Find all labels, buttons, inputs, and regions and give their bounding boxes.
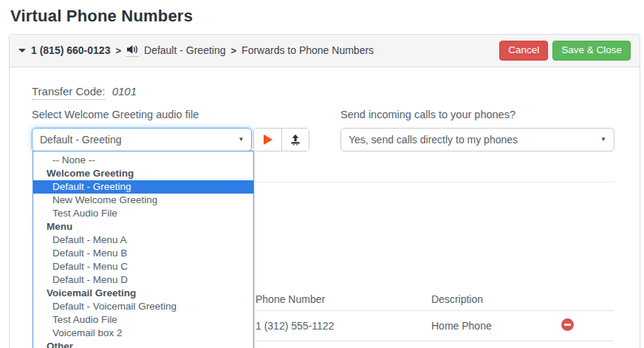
dropdown-option[interactable]: Default - Voicemail Greeting — [33, 300, 253, 313]
phones-table: Phone Number Description 1 (312) 555-112… — [256, 293, 614, 348]
upload-greeting-button[interactable] — [281, 129, 309, 151]
upload-icon — [290, 134, 301, 146]
greeting-select-label: Select Welcome Greeting audio file — [32, 109, 309, 123]
greeting-options-list: -- None --Welcome GreetingDefault - Gree… — [32, 151, 254, 348]
description-cell: Home Phone — [431, 320, 561, 332]
dropdown-option[interactable]: Test Audio File — [33, 207, 253, 220]
dropdown-option[interactable]: Default - Menu A — [33, 233, 253, 247]
play-greeting-button[interactable] — [254, 129, 281, 151]
chevron-down-icon: ▼ — [600, 136, 606, 143]
dropdown-option[interactable]: Test Audio File — [33, 313, 253, 327]
dropdown-option[interactable]: New Welcome Greeting — [33, 194, 253, 207]
dropdown-group-header: Voicemail Greeting — [33, 287, 253, 300]
greeting-column: Select Welcome Greeting audio file Defau… — [32, 109, 309, 151]
breadcrumb-greeting[interactable]: Default - Greeting — [144, 44, 226, 56]
breadcrumb-phone-number[interactable]: 1 (815) 660-0123 — [31, 44, 110, 56]
greeting-select[interactable]: Default - Greeting ▼ — [32, 128, 252, 151]
dropdown-group-header: Other — [33, 340, 253, 348]
transfer-code-value: 0101 — [112, 85, 137, 98]
dropdown-group-header: Welcome Greeting — [33, 167, 253, 180]
transfer-code-label[interactable]: Transfer Code: — [32, 85, 106, 100]
forward-select-label: Send incoming calls to your phones? — [340, 109, 614, 123]
caret-down-icon[interactable] — [18, 49, 26, 52]
dropdown-option[interactable]: -- None -- — [33, 154, 253, 167]
forward-column: Send incoming calls to your phones? Yes,… — [340, 109, 614, 151]
cancel-button[interactable]: Cancel — [499, 41, 548, 61]
page-title: Virtual Phone Numbers — [10, 7, 644, 26]
dropdown-option[interactable]: Default - Greeting — [33, 180, 253, 194]
breadcrumb-section: Forwards to Phone Numbers — [242, 44, 374, 56]
speaker-icon[interactable] — [126, 44, 139, 57]
heading-actions: Cancel Save & Close — [499, 41, 631, 61]
play-icon — [264, 134, 273, 145]
transfer-code: Transfer Code: 0101 — [32, 85, 614, 100]
forward-select[interactable]: Yes, send calls directly to my phones ▼ — [340, 128, 614, 151]
phone-number-header: Phone Number — [256, 293, 431, 305]
description-header: Description — [431, 293, 561, 305]
dropdown-option[interactable]: Default - Menu D — [33, 273, 253, 287]
add-phone-row — [256, 341, 614, 348]
dropdown-option[interactable]: Default - Menu B — [33, 247, 253, 260]
breadcrumb-separator: > — [231, 45, 237, 56]
greeting-controls: Default - Greeting ▼ — [32, 128, 309, 151]
phones-table-header: Phone Number Description — [256, 293, 614, 311]
remove-phone-icon[interactable] — [561, 318, 574, 331]
phone-number-cell: 1 (312) 555-1122 — [256, 320, 431, 332]
dropdown-option[interactable]: Voicemail box 2 — [33, 327, 253, 340]
breadcrumb: 1 (815) 660-0123 > Default - Greeting > … — [18, 44, 374, 57]
greeting-select-value: Default - Greeting — [40, 134, 122, 146]
greeting-buttons — [253, 128, 309, 151]
dropdown-group-header: Menu — [33, 220, 253, 233]
phone-row: 1 (312) 555-1122 Home Phone — [256, 311, 614, 341]
breadcrumb-separator: > — [115, 45, 121, 56]
save-close-button[interactable]: Save & Close — [552, 41, 631, 61]
form-row: Select Welcome Greeting audio file Defau… — [32, 109, 614, 151]
forward-select-value: Yes, send calls directly to my phones — [349, 134, 518, 146]
dropdown-option[interactable]: Default - Menu C — [33, 260, 253, 273]
chevron-down-icon: ▼ — [239, 136, 244, 143]
panel-heading: 1 (815) 660-0123 > Default - Greeting > … — [10, 35, 640, 67]
